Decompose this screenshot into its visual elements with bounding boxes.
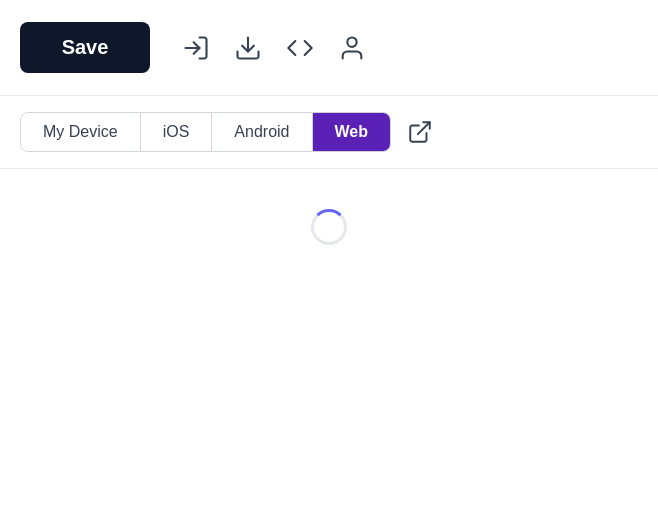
tab-web[interactable]: Web xyxy=(313,113,390,151)
tab-my-device[interactable]: My Device xyxy=(21,113,141,151)
tab-android[interactable]: Android xyxy=(212,113,312,151)
loading-spinner xyxy=(311,209,347,245)
tab-ios[interactable]: iOS xyxy=(141,113,213,151)
svg-point-2 xyxy=(347,37,356,46)
toolbar: Save xyxy=(0,0,658,96)
download-icon[interactable] xyxy=(234,34,262,62)
content-area xyxy=(0,169,658,514)
profile-icon[interactable] xyxy=(338,34,366,62)
external-link-icon[interactable] xyxy=(407,119,433,145)
save-button[interactable]: Save xyxy=(20,22,150,73)
exit-icon[interactable] xyxy=(182,34,210,62)
toolbar-icons xyxy=(182,34,366,62)
code-icon[interactable] xyxy=(286,34,314,62)
tabs-container: My Device iOS Android Web xyxy=(20,112,391,152)
svg-line-3 xyxy=(418,122,430,134)
tabs-bar: My Device iOS Android Web xyxy=(0,96,658,169)
